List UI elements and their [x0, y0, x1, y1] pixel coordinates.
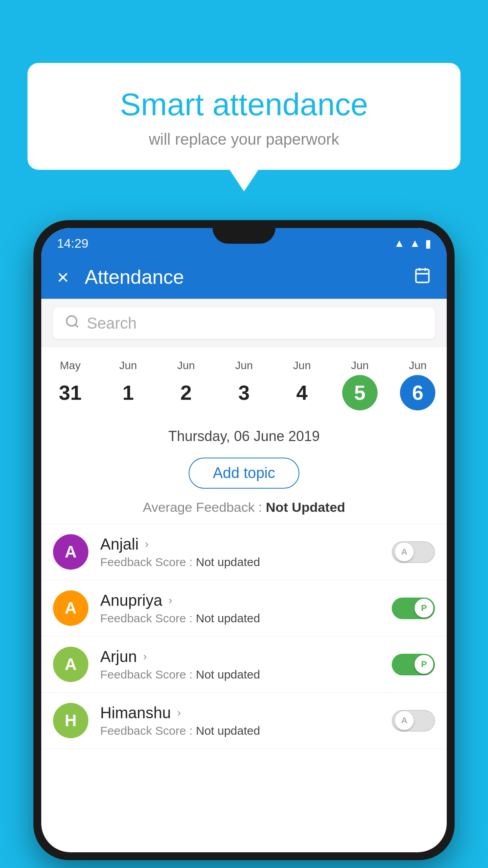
- chevron-icon: ›: [145, 538, 149, 550]
- student-info: Anupriya ›Feedback Score : Not updated: [100, 592, 392, 625]
- student-avatar: A: [53, 534, 88, 570]
- student-info: Himanshu ›Feedback Score : Not updated: [100, 704, 392, 737]
- battery-icon: ▮: [425, 237, 431, 250]
- attendance-toggle[interactable]: P: [392, 654, 435, 675]
- student-info: Anjali ›Feedback Score : Not updated: [100, 535, 392, 569]
- attendance-toggle[interactable]: P: [392, 598, 435, 619]
- calendar-date-number: 4: [284, 375, 319, 410]
- student-name: Himanshu ›: [100, 704, 392, 722]
- calendar-month-label: Jun: [119, 359, 137, 372]
- calendar-day[interactable]: Jun2: [157, 355, 215, 414]
- feedback-value: Not updated: [196, 668, 260, 681]
- avg-feedback-value: Not Updated: [266, 500, 345, 515]
- calendar-month-label: Jun: [177, 359, 195, 372]
- student-item[interactable]: HHimanshu ›Feedback Score : Not updatedA: [41, 693, 447, 749]
- attendance-toggle-container: A: [392, 710, 435, 732]
- svg-rect-0: [416, 269, 429, 282]
- student-feedback-score: Feedback Score : Not updated: [100, 612, 392, 625]
- svg-line-5: [75, 324, 78, 327]
- calendar-month-label: Jun: [409, 359, 427, 372]
- calendar-month-label: Jun: [235, 359, 253, 372]
- status-time: 14:29: [57, 236, 88, 251]
- chevron-icon: ›: [169, 594, 172, 607]
- student-avatar: H: [53, 703, 88, 738]
- calendar-month-label: Jun: [293, 359, 311, 372]
- signal-icon: ▲: [409, 237, 420, 250]
- search-placeholder: Search: [87, 314, 137, 332]
- wifi-icon: ▲: [394, 237, 405, 250]
- student-feedback-score: Feedback Score : Not updated: [100, 668, 392, 681]
- date-header: Thursday, 06 June 2019: [41, 418, 447, 451]
- search-icon: [65, 314, 80, 333]
- status-icons: ▲ ▲ ▮: [394, 237, 431, 250]
- student-name: Arjun ›: [100, 648, 392, 666]
- student-name: Anjali ›: [100, 535, 392, 553]
- app-tagline-title: Smart attendance: [51, 86, 437, 123]
- calendar-date-number: 2: [169, 375, 204, 410]
- chevron-icon: ›: [177, 706, 181, 719]
- feedback-value: Not updated: [196, 555, 260, 568]
- calendar-day[interactable]: Jun4: [273, 355, 331, 414]
- student-item[interactable]: AAnupriya ›Feedback Score : Not updatedP: [41, 580, 447, 636]
- calendar-day[interactable]: Jun1: [99, 355, 157, 414]
- calendar-month-label: May: [60, 359, 81, 372]
- feedback-value: Not updated: [196, 612, 260, 625]
- attendance-toggle-container: P: [392, 598, 435, 619]
- feedback-value: Not updated: [196, 724, 260, 737]
- phone-screen: 14:29 ▲ ▲ ▮ × Attendance: [41, 228, 447, 852]
- student-name: Anupriya ›: [100, 592, 392, 609]
- attendance-toggle[interactable]: A: [392, 710, 435, 732]
- student-feedback-score: Feedback Score : Not updated: [100, 724, 392, 737]
- calendar-date-number: 3: [226, 375, 262, 410]
- student-list: AAnjali ›Feedback Score : Not updatedAAA…: [41, 524, 447, 749]
- toggle-knob: A: [395, 711, 414, 730]
- calendar-day[interactable]: Jun3: [215, 355, 273, 414]
- add-topic-button[interactable]: Add topic: [189, 458, 299, 489]
- attendance-toggle-container: P: [392, 654, 435, 675]
- speech-bubble-container: Smart attendance will replace your paper…: [28, 63, 460, 170]
- calendar-icon[interactable]: [414, 267, 431, 288]
- svg-point-4: [67, 316, 77, 326]
- avg-feedback-label: Average Feedback :: [143, 500, 266, 515]
- toolbar-title: Attendance: [84, 266, 414, 289]
- search-bar[interactable]: Search: [53, 307, 435, 339]
- calendar-day[interactable]: Jun5: [331, 355, 389, 414]
- toggle-knob: P: [415, 655, 433, 674]
- calendar-date-number: 1: [110, 375, 146, 410]
- student-feedback-score: Feedback Score : Not updated: [100, 555, 392, 569]
- toggle-knob: A: [395, 542, 414, 561]
- attendance-toggle[interactable]: A: [392, 541, 435, 563]
- calendar-date-number: 5: [342, 375, 378, 410]
- calendar-date-number: 31: [53, 375, 88, 410]
- student-info: Arjun ›Feedback Score : Not updated: [100, 648, 392, 681]
- app-toolbar: × Attendance: [41, 256, 447, 299]
- attendance-toggle-container: A: [392, 541, 435, 563]
- phone-frame: 14:29 ▲ ▲ ▮ × Attendance: [33, 220, 455, 860]
- toggle-knob: P: [415, 599, 433, 618]
- calendar-day[interactable]: May31: [41, 355, 99, 414]
- calendar-day[interactable]: Jun6: [389, 355, 447, 414]
- add-topic-container: Add topic: [41, 451, 447, 496]
- phone-notch: [213, 228, 275, 244]
- chevron-icon: ›: [143, 650, 147, 663]
- calendar-strip: May31Jun1Jun2Jun3Jun4Jun5Jun6: [41, 348, 447, 418]
- student-item[interactable]: AAnjali ›Feedback Score : Not updatedA: [41, 524, 447, 580]
- calendar-date-number: 6: [400, 375, 435, 410]
- speech-bubble: Smart attendance will replace your paper…: [28, 63, 460, 170]
- student-avatar: A: [53, 647, 88, 682]
- app-tagline-subtitle: will replace your paperwork: [51, 131, 437, 148]
- student-item[interactable]: AArjun ›Feedback Score : Not updatedP: [41, 636, 447, 693]
- selected-date-text: Thursday, 06 June 2019: [168, 428, 320, 444]
- close-button[interactable]: ×: [57, 265, 69, 289]
- student-avatar: A: [53, 590, 88, 626]
- calendar-month-label: Jun: [351, 359, 369, 372]
- avg-feedback: Average Feedback : Not Updated: [41, 496, 447, 524]
- search-container: Search: [41, 299, 447, 348]
